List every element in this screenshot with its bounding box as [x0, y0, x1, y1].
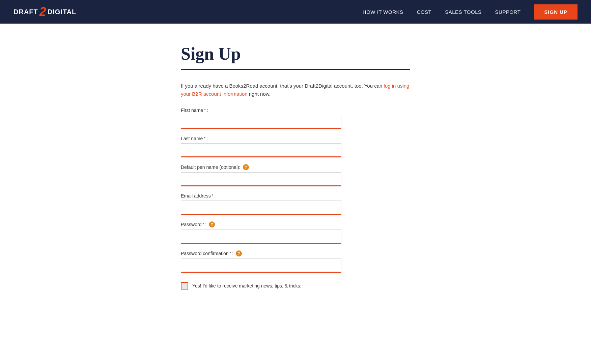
- marketing-checkbox-row: Yes! I'd like to receive marketing news,…: [181, 282, 410, 290]
- main-nav: HOW IT WORKS COST SALES TOOLS SUPPORT SI…: [363, 4, 578, 20]
- nav-support[interactable]: SUPPORT: [495, 9, 521, 15]
- password-confirm-required: *: [230, 251, 231, 256]
- logo-draft: DRAFT: [13, 8, 38, 16]
- email-input[interactable]: [181, 201, 341, 215]
- nav-cost[interactable]: COST: [417, 9, 432, 15]
- last-name-label: Last name*:: [181, 136, 410, 141]
- logo-digital: DIGITAL: [48, 8, 77, 16]
- signup-button[interactable]: SIGN UP: [534, 4, 578, 20]
- nav-sales-tools[interactable]: SALES TOOLS: [445, 9, 481, 15]
- nav-how-it-works[interactable]: HOW IT WORKS: [363, 9, 403, 15]
- password-help-icon[interactable]: ?: [209, 221, 215, 228]
- email-label: Email address*:: [181, 193, 410, 199]
- intro-text-after: right now.: [248, 91, 271, 97]
- pen-name-group: Default pen name (optional): ?: [181, 164, 410, 186]
- pen-name-label: Default pen name (optional): ?: [181, 164, 410, 170]
- site-header: DRAFT 2 DIGITAL HOW IT WORKS COST SALES …: [0, 0, 591, 24]
- title-divider: [181, 69, 410, 70]
- first-name-required: *: [204, 108, 206, 113]
- logo-number: 2: [39, 6, 46, 18]
- email-required: *: [212, 193, 214, 198]
- page-title: Sign Up: [181, 44, 410, 64]
- marketing-checkbox[interactable]: [181, 282, 188, 290]
- password-label: Password*: ?: [181, 221, 410, 228]
- first-name-group: First name*:: [181, 108, 410, 129]
- last-name-required: *: [204, 136, 205, 141]
- last-name-group: Last name*:: [181, 136, 410, 157]
- signup-form: First name*: Last name*: Default pen nam…: [181, 108, 410, 290]
- password-input[interactable]: [181, 230, 341, 244]
- password-required: *: [202, 222, 204, 227]
- password-confirm-group: Password confirmation*: ?: [181, 250, 410, 273]
- password-confirm-label: Password confirmation*: ?: [181, 250, 410, 256]
- password-confirm-input[interactable]: [181, 259, 341, 273]
- pen-name-input[interactable]: [181, 172, 341, 186]
- password-group: Password*: ?: [181, 221, 410, 244]
- first-name-input[interactable]: [181, 115, 341, 129]
- intro-paragraph: If you already have a Books2Read account…: [181, 82, 410, 98]
- password-confirm-help-icon[interactable]: ?: [236, 250, 242, 256]
- marketing-checkbox-label: Yes! I'd like to receive marketing news,…: [192, 283, 302, 289]
- main-content: Sign Up If you already have a Books2Read…: [167, 24, 424, 316]
- email-group: Email address*:: [181, 193, 410, 215]
- intro-text-before: If you already have a Books2Read account…: [181, 83, 384, 89]
- site-logo[interactable]: DRAFT 2 DIGITAL: [13, 6, 76, 18]
- pen-name-help-icon[interactable]: ?: [243, 164, 249, 170]
- first-name-label: First name*:: [181, 108, 410, 113]
- last-name-input[interactable]: [181, 143, 341, 157]
